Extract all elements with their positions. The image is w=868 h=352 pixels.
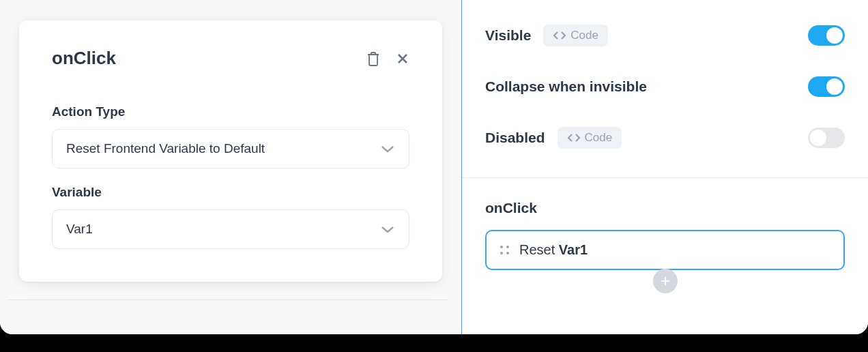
popup-header: onClick xyxy=(52,48,409,69)
disabled-code-badge[interactable]: Code xyxy=(558,127,622,149)
add-event-button[interactable] xyxy=(653,269,678,293)
disabled-property-row: Disabled Code xyxy=(485,112,845,164)
collapse-property-row: Collapse when invisible xyxy=(485,61,845,112)
code-icon xyxy=(553,31,566,40)
disabled-property-left: Disabled Code xyxy=(485,127,622,149)
left-panel: onClick Action Type xyxy=(0,0,461,334)
variable-label: Variable xyxy=(52,185,409,200)
disabled-toggle[interactable] xyxy=(808,128,845,148)
events-section: onClick Reset Var1 xyxy=(462,178,868,293)
visible-code-badge[interactable]: Code xyxy=(543,25,608,46)
collapse-toggle[interactable] xyxy=(808,76,845,97)
action-type-label: Action Type xyxy=(52,104,409,119)
action-type-select[interactable]: Reset Frontend Variable to Default xyxy=(52,129,409,168)
collapse-label: Collapse when invisible xyxy=(485,78,647,95)
event-item[interactable]: Reset Var1 xyxy=(485,230,845,270)
event-prefix: Reset xyxy=(519,242,559,257)
collapse-property-left: Collapse when invisible xyxy=(485,78,647,95)
delete-button[interactable] xyxy=(366,50,381,67)
variable-field: Variable Var1 xyxy=(52,185,409,249)
code-badge-text: Code xyxy=(570,29,598,42)
visible-toggle[interactable] xyxy=(808,25,845,46)
right-panel: Visible Code Collapse when invisible xyxy=(461,0,868,334)
onclick-config-popup: onClick Action Type xyxy=(19,20,442,282)
visible-property-left: Visible Code xyxy=(485,25,608,46)
trash-icon xyxy=(366,50,381,67)
chevron-down-icon xyxy=(380,224,395,234)
visible-label: Visible xyxy=(485,27,531,44)
action-type-field: Action Type Reset Frontend Variable to D… xyxy=(52,104,409,168)
chevron-down-icon xyxy=(380,144,395,153)
close-button[interactable] xyxy=(396,52,409,65)
properties-section: Visible Code Collapse when invisible xyxy=(462,0,868,164)
code-icon xyxy=(567,133,581,143)
variable-select[interactable]: Var1 xyxy=(52,209,409,249)
toggle-knob xyxy=(810,130,826,146)
popup-title: onClick xyxy=(52,48,116,69)
disabled-label: Disabled xyxy=(485,130,545,146)
onclick-section-title: onClick xyxy=(485,200,845,216)
app-container: onClick Action Type xyxy=(0,0,868,334)
action-type-value: Reset Frontend Variable to Default xyxy=(66,141,265,156)
popup-actions xyxy=(366,50,409,67)
plus-icon xyxy=(660,276,671,287)
visible-property-row: Visible Code xyxy=(485,10,845,61)
event-item-text: Reset Var1 xyxy=(519,242,588,258)
toggle-knob xyxy=(826,27,843,44)
add-button-wrap xyxy=(485,269,845,293)
code-badge-text: Code xyxy=(585,131,613,145)
close-icon xyxy=(396,52,409,65)
drag-handle-icon[interactable] xyxy=(500,246,510,255)
variable-value: Var1 xyxy=(66,222,93,237)
toggle-knob xyxy=(826,78,843,95)
event-bold: Var1 xyxy=(559,242,588,257)
